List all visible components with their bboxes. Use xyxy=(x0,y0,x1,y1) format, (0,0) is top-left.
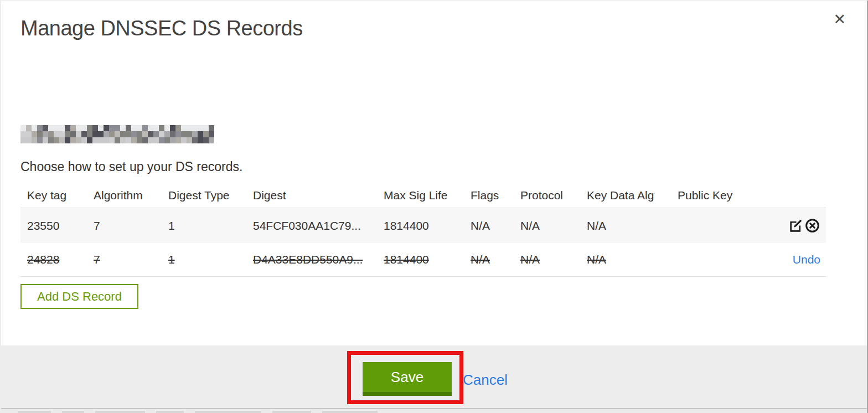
pixelation-block xyxy=(175,131,181,137)
pixelation-block xyxy=(175,125,181,131)
table-row: 235507154FCF030AA1C79...1814400N/AN/AN/A xyxy=(20,208,826,243)
background-content-fragment xyxy=(322,411,378,413)
save-button[interactable]: Save xyxy=(363,362,452,396)
pixelation-block xyxy=(76,125,81,131)
pixelation-block xyxy=(181,131,187,137)
pixelation-block xyxy=(48,137,54,143)
pixelation-block xyxy=(37,131,43,137)
cell-digest-type: 1 xyxy=(162,219,246,233)
edit-icon[interactable] xyxy=(787,218,804,234)
close-icon[interactable]: ✕ xyxy=(833,12,846,27)
pixelation-block xyxy=(115,125,120,131)
pixelation-block xyxy=(43,137,48,143)
pixelation-block xyxy=(43,125,48,131)
column-header-key-tag: Key tag xyxy=(20,189,87,202)
cell-flags: N/A xyxy=(464,219,514,233)
pixelation-block xyxy=(131,137,137,143)
pixelation-block xyxy=(159,137,164,143)
pixelation-block xyxy=(104,137,109,143)
pixelation-block xyxy=(148,125,153,131)
table-header-row: Key tagAlgorithmDigest TypeDigestMax Sig… xyxy=(20,183,826,208)
column-header-flags: Flags xyxy=(464,189,514,202)
pixelation-block xyxy=(115,137,120,143)
subtitle-text: Choose how to set up your DS records. xyxy=(20,159,242,174)
pixelation-block xyxy=(76,131,81,137)
cell-algorithm: 7 xyxy=(87,219,162,233)
pixelation-block xyxy=(92,137,98,143)
pixelation-block xyxy=(59,137,65,143)
cell-algorithm: 7 xyxy=(87,253,162,266)
pixelation-block xyxy=(65,125,70,131)
pixelation-block xyxy=(209,125,214,131)
pixelation-block xyxy=(142,137,148,143)
pixelation-block xyxy=(137,125,142,131)
pixelation-block xyxy=(164,131,170,137)
cell-max-sig-life: 1814400 xyxy=(377,253,464,266)
column-header-digest: Digest xyxy=(246,189,377,202)
pixelation-block xyxy=(20,125,26,131)
row-actions: Undo xyxy=(764,253,826,266)
column-header-public-key: Public Key xyxy=(671,189,764,202)
pixelation-block xyxy=(164,125,170,131)
background-content-fragment xyxy=(195,411,261,413)
cell-protocol: N/A xyxy=(514,253,580,266)
manage-dnssec-modal: Manage DNSSEC DS Records ✕ Choose how to… xyxy=(0,0,868,413)
cell-key-tag: 23550 xyxy=(20,219,87,233)
ds-records-table: Key tagAlgorithmDigest TypeDigestMax Sig… xyxy=(20,183,826,277)
pixelation-block xyxy=(70,125,76,131)
table-row: 2482871D4A33E8DD550A9...1814400N/AN/AN/A… xyxy=(20,243,826,277)
pixelation-block xyxy=(126,137,131,143)
pixelation-block xyxy=(59,125,65,131)
pixelation-block xyxy=(87,131,92,137)
pixelation-block xyxy=(198,125,203,131)
column-header-algorithm: Algorithm xyxy=(87,189,162,202)
cell-digest: D4A33E8DD550A9... xyxy=(246,253,377,266)
delete-icon[interactable] xyxy=(804,218,820,234)
pixelation-block xyxy=(159,125,164,131)
pixelation-block xyxy=(203,137,209,143)
cell-key-data-alg: N/A xyxy=(580,253,671,266)
pixelation-block xyxy=(126,125,131,131)
pixelation-block xyxy=(120,131,126,137)
undo-link[interactable]: Undo xyxy=(793,253,820,266)
pixelation-block xyxy=(192,137,198,143)
pixelation-block xyxy=(20,137,26,143)
pixelation-block xyxy=(187,137,192,143)
pixelation-block xyxy=(170,125,175,131)
pixelation-block xyxy=(20,131,26,137)
pixelation-block xyxy=(81,137,87,143)
pixelation-block xyxy=(87,137,92,143)
pixelation-block xyxy=(70,131,76,137)
pixelation-block xyxy=(81,125,87,131)
pixelation-block xyxy=(81,131,87,137)
pixelation-block xyxy=(92,131,98,137)
row-actions xyxy=(764,218,826,234)
background-content-fragment xyxy=(18,411,51,413)
cell-protocol: N/A xyxy=(514,219,580,233)
cell-key-data-alg: N/A xyxy=(580,219,671,233)
pixelation-block xyxy=(159,131,164,137)
background-content-fragment xyxy=(95,411,145,413)
pixelation-block xyxy=(131,131,137,137)
background-content-fragment xyxy=(156,411,184,413)
footer-bar: Save Cancel xyxy=(1,345,867,409)
pixelation-block xyxy=(59,131,65,137)
add-ds-record-button[interactable]: Add DS Record xyxy=(20,284,138,309)
cell-key-tag: 24828 xyxy=(20,253,87,266)
cancel-link[interactable]: Cancel xyxy=(463,371,508,389)
pixelation-block xyxy=(98,131,104,137)
pixelation-block xyxy=(209,131,214,137)
pixelation-block xyxy=(192,131,198,137)
pixelation-block xyxy=(203,131,209,137)
pixelation-block xyxy=(153,131,159,137)
pixelation-block xyxy=(126,131,131,137)
pixelation-block xyxy=(148,131,153,137)
pixelation-block xyxy=(65,131,70,137)
pixelation-block xyxy=(70,137,76,143)
pixelation-block xyxy=(148,137,153,143)
redacted-domain-name xyxy=(20,125,214,143)
pixelation-block xyxy=(192,125,198,131)
pixelation-block xyxy=(48,131,54,137)
column-header-digest-type: Digest Type xyxy=(162,189,246,202)
pixelation-block xyxy=(54,137,59,143)
